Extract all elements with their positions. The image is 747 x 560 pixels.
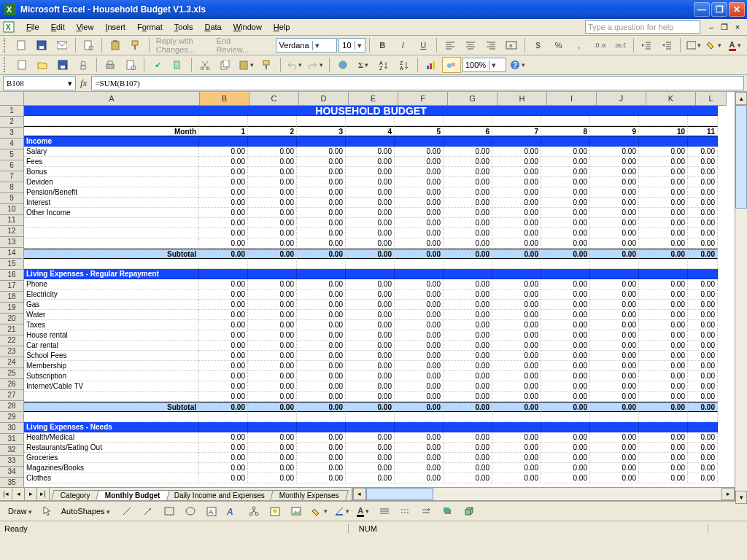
maximize-button[interactable]: ❐: [711, 2, 727, 17]
cell[interactable]: 0.00: [395, 249, 444, 259]
cell[interactable]: 0.00: [492, 218, 541, 228]
cell[interactable]: 0.00: [590, 443, 639, 453]
cell[interactable]: 0.00: [639, 157, 688, 167]
cell[interactable]: 0.00: [492, 432, 541, 443]
cell[interactable]: 0.00: [688, 198, 718, 208]
cell[interactable]: 0.00: [346, 351, 395, 361]
cell[interactable]: 0.00: [639, 351, 688, 361]
cell[interactable]: 0.00: [444, 330, 492, 341]
cell[interactable]: [444, 412, 492, 422]
cell[interactable]: 10: [639, 126, 688, 136]
cut-icon[interactable]: [196, 57, 214, 73]
cell[interactable]: Groceries: [24, 453, 199, 463]
cell[interactable]: [492, 136, 541, 147]
cell[interactable]: 0.00: [199, 320, 248, 330]
cell[interactable]: [639, 136, 688, 147]
cell[interactable]: 0.00: [346, 402, 395, 412]
cell[interactable]: 6: [444, 126, 492, 136]
cell[interactable]: 0.00: [248, 330, 297, 341]
mdi-restore-button[interactable]: ❐: [718, 21, 731, 33]
row-header-33[interactable]: 33: [0, 456, 23, 467]
cell[interactable]: House rental: [24, 330, 199, 341]
cell[interactable]: 0.00: [297, 289, 346, 300]
cell[interactable]: 0.00: [639, 249, 688, 259]
cell[interactable]: 0.00: [444, 443, 492, 453]
ask-a-question-box[interactable]: Type a question for help: [585, 20, 700, 34]
cell[interactable]: 2: [248, 126, 297, 136]
row-header-18[interactable]: 18: [0, 292, 23, 303]
cell[interactable]: [248, 269, 297, 279]
cell[interactable]: 0.00: [395, 310, 444, 320]
sheet-tab-monthly-expenses[interactable]: Monthly Expenses: [270, 490, 348, 500]
menu-file[interactable]: File: [20, 21, 45, 33]
name-box[interactable]: B108▾: [3, 76, 76, 90]
cell[interactable]: [688, 136, 718, 147]
cell[interactable]: 0.00: [248, 341, 297, 351]
diagram-icon[interactable]: [244, 503, 263, 519]
underline-button[interactable]: U: [414, 37, 433, 53]
cell[interactable]: 0.00: [297, 198, 346, 208]
column-header-D[interactable]: D: [299, 92, 349, 106]
chart-wizard-icon[interactable]: [422, 57, 441, 73]
cell[interactable]: 0.00: [492, 310, 541, 320]
cell[interactable]: [199, 136, 248, 147]
line-style-icon[interactable]: [375, 503, 394, 519]
cell[interactable]: 0.00: [688, 402, 718, 412]
mdi-minimize-button[interactable]: –: [705, 21, 718, 33]
cell[interactable]: 0.00: [492, 381, 541, 392]
cell[interactable]: 0.00: [492, 289, 541, 300]
cell[interactable]: 0.00: [346, 249, 395, 259]
cell[interactable]: 0.00: [444, 177, 492, 187]
cell[interactable]: 0.00: [444, 238, 492, 249]
arrow-icon[interactable]: [139, 503, 158, 519]
cell[interactable]: 0.00: [444, 432, 492, 443]
cell[interactable]: 0.00: [248, 218, 297, 228]
column-header-L[interactable]: L: [696, 92, 727, 106]
cell[interactable]: [688, 412, 718, 422]
cell[interactable]: Living Expenses - Regular Repayment: [24, 269, 199, 279]
format-painter-icon[interactable]: [126, 37, 145, 53]
cell[interactable]: 0.00: [444, 341, 492, 351]
cell[interactable]: 0.00: [590, 279, 639, 289]
print-preview-icon-2[interactable]: [121, 57, 140, 73]
cell[interactable]: Internet/Cable TV: [24, 381, 199, 392]
cell[interactable]: Electricity: [24, 289, 199, 300]
cell[interactable]: 0.00: [199, 300, 248, 310]
copy-icon[interactable]: [216, 57, 235, 73]
cell[interactable]: [199, 412, 248, 422]
row-header-25[interactable]: 25: [0, 368, 23, 379]
cell[interactable]: HOUSEHOLD BUDGET: [24, 106, 718, 116]
new-blank-icon[interactable]: [12, 37, 31, 53]
cell[interactable]: 0.00: [639, 310, 688, 320]
cells-grid[interactable]: HOUSEHOLD BUDGETMonth1234567891011Income…: [24, 106, 718, 487]
cell[interactable]: 0.00: [639, 361, 688, 371]
cell[interactable]: [639, 116, 688, 126]
cell[interactable]: 0.00: [541, 330, 590, 341]
cell[interactable]: 0.00: [688, 310, 718, 320]
cell[interactable]: 0.00: [688, 341, 718, 351]
row-header-35[interactable]: 35: [0, 478, 23, 487]
cell[interactable]: 0.00: [297, 279, 346, 289]
mail-icon[interactable]: [53, 37, 71, 53]
cell[interactable]: [688, 259, 718, 269]
cell[interactable]: 0.00: [444, 300, 492, 310]
cell[interactable]: 0.00: [248, 147, 297, 157]
fill-color-button[interactable]: [705, 37, 724, 53]
cell[interactable]: [248, 136, 297, 147]
new-icon[interactable]: [12, 57, 31, 73]
cell[interactable]: 0.00: [297, 443, 346, 453]
cell[interactable]: Membership: [24, 361, 199, 371]
cell[interactable]: Other Income: [24, 208, 199, 218]
cell[interactable]: 0.00: [492, 177, 541, 187]
cell[interactable]: 0.00: [688, 279, 718, 289]
cell[interactable]: 0.00: [688, 432, 718, 443]
cell[interactable]: 0.00: [444, 473, 492, 483]
vertical-scrollbar[interactable]: ▴ ▾: [735, 92, 747, 501]
cell[interactable]: [248, 412, 297, 422]
cell[interactable]: 0.00: [199, 279, 248, 289]
cell[interactable]: 0.00: [541, 310, 590, 320]
shadow-style-icon[interactable]: [438, 503, 457, 519]
cell[interactable]: 0.00: [492, 361, 541, 371]
clipart-icon[interactable]: [266, 503, 285, 519]
insert-picture-icon[interactable]: [287, 503, 306, 519]
